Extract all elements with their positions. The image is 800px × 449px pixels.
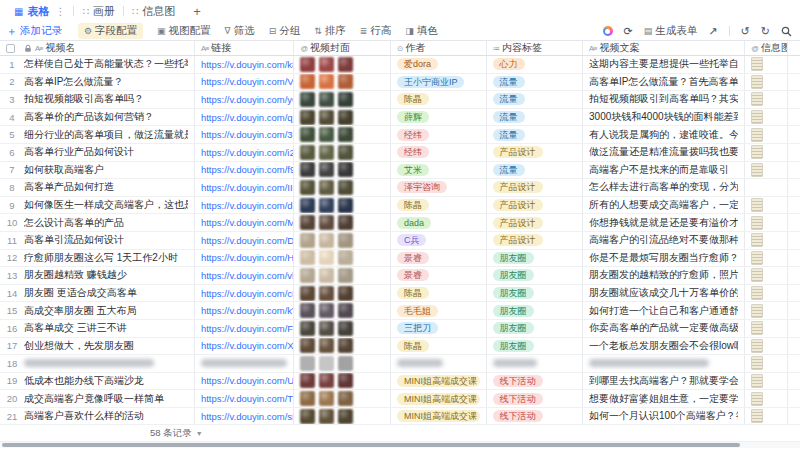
cover-thumbnail[interactable] <box>319 286 334 301</box>
video-link[interactable]: https://v.douyin.com/k8... <box>201 59 295 70</box>
video-link[interactable]: https://v.douyin.com/kV... <box>201 305 295 316</box>
video-cover-cell[interactable] <box>294 56 391 73</box>
video-link[interactable]: https://v.douyin.com/sF... <box>201 411 295 422</box>
video-copy-cell[interactable]: 朋友圈发的越精致的疗愈师，照片越好看，... <box>589 268 738 282</box>
cover-thumbnail[interactable] <box>338 162 353 177</box>
content-tag[interactable]: 流量 <box>493 93 525 105</box>
video-title-cell[interactable]: 高端客户喜欢什么样的活动 <box>24 409 144 423</box>
table-row[interactable]: 10 怎么设计高客单的产品 https://v.douyin.com/M... … <box>0 214 800 232</box>
infographic-thumbnail[interactable] <box>751 198 763 212</box>
infographic-thumbnail[interactable] <box>751 304 763 318</box>
video-title-cell[interactable]: 拍短视频能吸引高客单吗？ <box>24 92 144 106</box>
infographic-thumbnail[interactable] <box>751 268 763 282</box>
search-icon[interactable] <box>781 26 792 37</box>
table-row[interactable]: 16 高客单成交 三讲三不讲 https://v.douyin.com/Fu..… <box>0 320 800 338</box>
video-title-cell[interactable]: 高客单价的产品该如何营销？ <box>24 110 154 124</box>
content-tag[interactable]: 朋友圈 <box>493 287 534 299</box>
history-icon[interactable]: ⟳ <box>624 26 633 37</box>
field-config-button[interactable]: ⚙ 字段配置 <box>78 23 143 39</box>
video-copy-cell[interactable]: 所有的人想要成交高端客户，一定要向医生... <box>589 198 738 212</box>
video-title-cell[interactable]: 高客单IP怎么做流量？ <box>24 75 123 89</box>
author-tag[interactable]: 景睿 <box>397 252 429 264</box>
cover-thumbnail[interactable] <box>319 180 334 195</box>
table-row[interactable]: 9 如何像医生一样成交高端客户，这也是我们的... https://v.douy… <box>0 197 800 215</box>
video-copy-cell[interactable]: 高端客户的引流品绝对不要做那种九块九的... <box>589 233 738 247</box>
author-tag[interactable]: 景睿 <box>397 269 429 281</box>
select-all-checkbox[interactable] <box>6 44 15 53</box>
cover-thumbnail[interactable] <box>338 198 353 213</box>
cover-thumbnail[interactable] <box>338 145 353 160</box>
video-link[interactable]: https://v.douyin.com/yQ... <box>201 94 295 105</box>
cover-thumbnail[interactable] <box>338 303 353 318</box>
cover-thumbnail[interactable] <box>300 250 315 265</box>
video-copy-cell[interactable]: 高客单IP怎么做流量？首先高客单有个好处... <box>589 75 738 89</box>
cover-thumbnail[interactable] <box>319 391 334 406</box>
cover-thumbnail[interactable] <box>300 74 315 89</box>
table-row[interactable]: 2 高客单IP怎么做流量？ https://v.douyin.com/Va...… <box>0 74 800 92</box>
cover-thumbnail[interactable] <box>300 198 315 213</box>
cover-thumbnail[interactable] <box>300 233 315 248</box>
video-cover-cell[interactable] <box>294 197 391 214</box>
cover-thumbnail[interactable] <box>319 110 334 125</box>
infographic-cell[interactable] <box>745 74 788 91</box>
video-copy-cell[interactable]: 怎么样去进行高客单的变现，分为三步的，... <box>589 180 738 194</box>
video-link[interactable]: https://v.douyin.com/Hh... <box>201 252 295 263</box>
author-tag[interactable]: 泽宇咨询 <box>397 181 447 193</box>
content-tag[interactable]: 流量 <box>493 129 525 141</box>
infographic-cell[interactable] <box>745 232 788 249</box>
cover-thumbnail[interactable] <box>300 286 315 301</box>
tab-more-icon[interactable]: ⋮ <box>55 6 65 17</box>
table-row[interactable]: 21 高端客户喜欢什么样的活动 https://v.douyin.com/sF.… <box>0 408 800 426</box>
cover-thumbnail[interactable] <box>300 356 315 371</box>
share-icon[interactable]: ↗ <box>708 26 717 37</box>
video-copy-cell[interactable]: 做泛流量还是精准流量拨吗我也要说 <box>589 145 738 159</box>
cover-thumbnail[interactable] <box>319 268 334 283</box>
video-link[interactable]: https://v.douyin.com/Xv... <box>201 340 295 351</box>
infographic-thumbnail[interactable] <box>751 163 763 177</box>
content-tag[interactable]: 流量 <box>493 164 525 176</box>
infographic-cell[interactable] <box>745 373 788 390</box>
table-row[interactable]: 6 高客单行业产品如何设计 https://v.douyin.com/i2...… <box>0 144 800 162</box>
infographic-cell[interactable] <box>745 126 788 143</box>
video-link[interactable]: https://v.douyin.com/UP... <box>201 375 295 386</box>
infographic-thumbnail[interactable] <box>751 145 763 159</box>
video-copy-cell[interactable]: 想要做好富婆姐姐生意，一定要学会搞活动... <box>589 392 738 406</box>
video-title-cell[interactable]: 怎么设计高客单的产品 <box>24 216 124 230</box>
video-link[interactable]: https://v.douyin.com/cR... <box>201 288 295 299</box>
infographic-cell[interactable] <box>745 56 788 73</box>
ai-assistant-icon[interactable] <box>603 26 613 36</box>
video-title-cell[interactable]: 如何获取高端客户 <box>24 163 104 177</box>
video-copy-cell[interactable]: 朋友圈就应该成交几十万客单价的产品，几... <box>589 286 738 300</box>
author-tag[interactable]: 陈晶 <box>397 93 429 105</box>
infographic-cell[interactable] <box>745 355 788 372</box>
infographic-thumbnail[interactable] <box>751 339 763 353</box>
sort-button[interactable]: ⇅ 排序 <box>314 24 346 38</box>
filter-button[interactable]: ∇ 筛选 <box>225 24 255 38</box>
video-title-cell[interactable]: 细分行业的高客单项目，做泛流量就是吸引不... <box>24 128 188 142</box>
add-view-button[interactable]: + <box>183 4 211 19</box>
author-tag[interactable]: 经纬 <box>397 146 429 158</box>
infographic-cell[interactable] <box>745 390 788 407</box>
video-cover-cell[interactable] <box>294 373 391 390</box>
infographic-cell[interactable] <box>745 144 788 161</box>
video-cover-cell[interactable] <box>294 232 391 249</box>
author-tag[interactable]: 陈晶 <box>397 287 429 299</box>
video-copy-cell[interactable]: 高端客户不是找来的而是靠吸引 <box>589 163 729 177</box>
author-tag[interactable]: MINI姐高端成交课 <box>397 375 480 387</box>
table-row[interactable]: 15 高成交率朋友圈 五大布局 https://v.douyin.com/kV.… <box>0 302 800 320</box>
video-title-cell[interactable]: 疗愈师朋友圈这么写 1天工作2小时 <box>24 251 178 265</box>
infographic-cell[interactable] <box>745 179 788 196</box>
video-copy-cell[interactable]: 拍短视频能吸引到高客单吗？其实短视频相... <box>589 92 738 106</box>
author-tag[interactable]: 艾米 <box>397 164 429 176</box>
video-link[interactable]: https://v.douyin.com/IIs... <box>201 182 295 193</box>
cover-thumbnail[interactable] <box>338 338 353 353</box>
cover-thumbnail[interactable] <box>319 338 334 353</box>
author-tag[interactable]: dada <box>397 217 431 229</box>
cover-thumbnail[interactable] <box>300 127 315 142</box>
tab-gallery[interactable]: ∷ 画册 <box>74 0 122 22</box>
video-title-cell[interactable] <box>24 359 154 367</box>
cover-thumbnail[interactable] <box>338 286 353 301</box>
video-title-cell[interactable]: 高客单引流品如何设计 <box>24 233 124 247</box>
video-link[interactable]: https://v.douyin.com/Va... <box>201 76 295 87</box>
video-copy-cell[interactable]: 有人说我是属狗的，逮谁咬谁。今天说辅导... <box>589 128 738 142</box>
